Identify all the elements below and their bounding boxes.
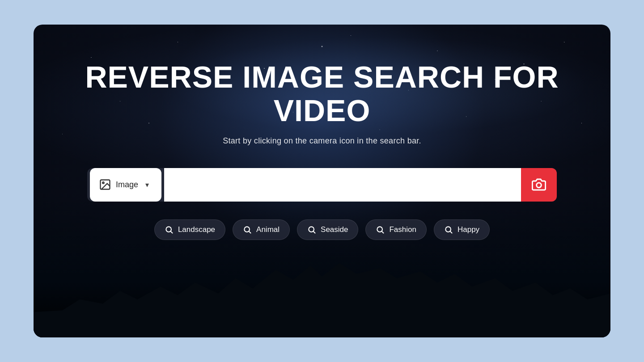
search-bar: Image ▾ [87, 168, 557, 202]
svg-point-2 [537, 183, 542, 188]
svg-line-8 [314, 231, 315, 233]
main-container: Reverse Image Search for Video Start by … [34, 25, 610, 337]
page-subtitle: Start by clicking on the camera icon in … [223, 136, 421, 146]
suggestion-tag[interactable]: Landscape [154, 219, 225, 240]
search-icon [165, 225, 174, 234]
svg-line-6 [249, 231, 251, 233]
svg-line-4 [171, 231, 173, 233]
search-icon [307, 225, 316, 234]
svg-line-10 [382, 231, 384, 233]
search-icon [444, 225, 453, 234]
suggestion-tags-container: LandscapeAnimalSeasideFashionHappy [154, 219, 490, 240]
dropdown-label: Image [116, 180, 138, 189]
search-icon [376, 225, 385, 234]
svg-line-12 [450, 231, 452, 233]
suggestion-tag[interactable]: Seaside [297, 219, 358, 240]
camera-icon [532, 177, 546, 192]
tag-label: Seaside [321, 225, 348, 234]
tag-label: Animal [256, 225, 280, 234]
image-type-icon [99, 178, 111, 191]
chevron-down-icon: ▾ [145, 181, 149, 189]
search-type-dropdown[interactable]: Image ▾ [90, 168, 161, 202]
tag-label: Landscape [178, 225, 215, 234]
page-content: Reverse Image Search for Video Start by … [34, 25, 610, 337]
suggestion-tag[interactable]: Fashion [365, 219, 426, 240]
search-icon [243, 225, 252, 234]
suggestion-tag[interactable]: Happy [434, 219, 490, 240]
tag-label: Happy [458, 225, 479, 234]
search-input[interactable] [164, 168, 521, 202]
camera-search-button[interactable] [521, 168, 557, 202]
suggestion-tag[interactable]: Animal [233, 219, 290, 240]
svg-point-1 [102, 182, 104, 184]
page-title: Reverse Image Search for Video [34, 60, 610, 127]
hero-background: Reverse Image Search for Video Start by … [34, 25, 610, 337]
tag-label: Fashion [389, 225, 416, 234]
